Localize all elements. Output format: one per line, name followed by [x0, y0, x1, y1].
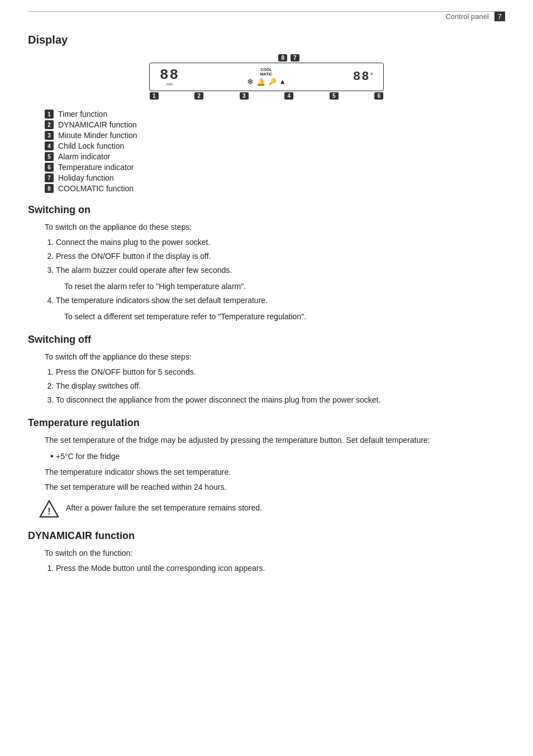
- feature-badge-3: 3: [45, 131, 54, 140]
- diagram: 8 7 88 min COOLMATIC ❄ 🔔 🔑: [28, 54, 505, 100]
- switching-on-section: Switching on To switch on the appliance …: [28, 204, 505, 323]
- feature-1: 1 Timer function: [45, 110, 505, 119]
- coolmatic-label: COOLMATIC: [260, 68, 273, 76]
- switching-on-heading: Switching on: [28, 204, 505, 216]
- dynamicair-heading: DYNAMICAIR function: [28, 530, 505, 542]
- dynamicair-section: DYNAMICAIR function To switch on the fun…: [28, 530, 505, 574]
- temperature-bullet-list: +5°C for the fridge: [50, 450, 505, 463]
- feature-label-1: Timer function: [58, 110, 107, 119]
- degree-symbol: °: [370, 71, 373, 80]
- badge-2: 2: [194, 92, 203, 100]
- badge-4: 4: [284, 92, 293, 100]
- min-label: min: [166, 82, 173, 86]
- switching-on-step4-list: The temperature indicators show the set …: [56, 295, 505, 306]
- feature-badge-8: 8: [45, 184, 54, 193]
- badge-1: 1: [150, 92, 159, 100]
- feature-3: 3 Minute Minder function: [45, 131, 505, 140]
- right-digits: 88: [353, 71, 370, 83]
- switching-on-step-4: The temperature indicators show the set …: [56, 295, 505, 306]
- switching-on-intro: To switch on the appliance do these step…: [45, 221, 505, 233]
- feature-label-7: Holiday function: [58, 173, 114, 182]
- temperature-regulation-para3: The set temperature will be reached with…: [45, 481, 505, 493]
- page-number: 7: [494, 12, 505, 21]
- badge-6: 6: [374, 92, 383, 100]
- display-diagram-box: 88 min COOLMATIC ❄ 🔔 🔑 ▲ 88: [149, 63, 384, 91]
- svg-text:!: !: [47, 506, 50, 516]
- feature-badge-6: 6: [45, 163, 54, 172]
- middle-icons: COOLMATIC ❄ 🔔 🔑 ▲: [185, 68, 348, 86]
- temperature-bullet-1: +5°C for the fridge: [50, 450, 505, 463]
- switching-on-step4-note: To select a different set temperature re…: [64, 311, 505, 323]
- feature-4: 4 Child Lock function: [45, 141, 505, 150]
- switching-on-step-2: Press the ON/OFF button if the display i…: [56, 251, 505, 262]
- badge-5: 5: [330, 92, 339, 100]
- warning-triangle-icon: !: [39, 499, 59, 519]
- childlock-icon: 🔑: [268, 78, 277, 86]
- switching-on-steps: Connect the mains plug to the power sock…: [56, 237, 505, 276]
- switching-off-intro: To switch off the appliance do these ste…: [45, 351, 505, 363]
- icons-row: ❄ 🔔 🔑 ▲: [247, 77, 286, 86]
- warning-row: ! After a power failure the set temperat…: [39, 499, 505, 519]
- diagram-top-badges: 8 7: [278, 54, 299, 62]
- display-heading: Display: [28, 34, 505, 46]
- temperature-regulation-section: Temperature regulation The set temperatu…: [28, 417, 505, 519]
- badge-8: 8: [278, 54, 287, 62]
- feature-label-4: Child Lock function: [58, 141, 124, 150]
- switching-on-step-3: The alarm buzzer could operate after few…: [56, 264, 505, 276]
- temperature-regulation-para1: The set temperature of the fridge may be…: [45, 434, 505, 446]
- switching-off-section: Switching off To switch off the applianc…: [28, 334, 505, 406]
- switching-off-step-3: To disconnect the appliance from the pow…: [56, 394, 505, 406]
- temperature-regulation-heading: Temperature regulation: [28, 417, 505, 429]
- dynamicair-steps: Press the Mode button until the correspo…: [56, 563, 505, 574]
- feature-label-5: Alarm indicator: [58, 152, 110, 161]
- dynamicair-intro: To switch on the function:: [45, 547, 505, 559]
- alarm-bell-icon: 🔔: [256, 78, 265, 86]
- feature-badge-1: 1: [45, 110, 54, 119]
- feature-badge-7: 7: [45, 173, 54, 182]
- switching-off-heading: Switching off: [28, 334, 505, 346]
- switching-on-step-1: Connect the mains plug to the power sock…: [56, 237, 505, 248]
- switching-off-step-2: The display switches off.: [56, 380, 505, 392]
- header-title: Control panel: [445, 12, 488, 21]
- display-section: Display 8 7 88 min COOLMATIC ❄ 🔔: [28, 34, 505, 193]
- feature-badge-2: 2: [45, 120, 54, 129]
- feature-badge-5: 5: [45, 152, 54, 161]
- feature-label-8: COOLMATIC function: [58, 184, 134, 193]
- feature-label-6: Temperature indicator: [58, 163, 134, 172]
- feature-7: 7 Holiday function: [45, 173, 505, 182]
- feature-8: 8 COOLMATIC function: [45, 184, 505, 193]
- feature-2: 2 DYNAMICAIR function: [45, 120, 505, 129]
- page-header: Control panel 7: [28, 11, 505, 23]
- switching-off-step-1: Press the ON/OFF button for 5 seconds.: [56, 366, 505, 378]
- badge-7: 7: [291, 54, 299, 62]
- warning-text: After a power failure the set temperatur…: [66, 499, 262, 514]
- feature-label-2: DYNAMICAIR function: [58, 120, 137, 129]
- left-digits: 88: [160, 68, 179, 82]
- feature-6: 6 Temperature indicator: [45, 163, 505, 172]
- switching-off-steps: Press the ON/OFF button for 5 seconds. T…: [56, 366, 505, 406]
- feature-badge-4: 4: [45, 141, 54, 150]
- switching-on-step3-note: To reset the alarm refer to "High temper…: [64, 281, 505, 292]
- feature-5: 5 Alarm indicator: [45, 152, 505, 161]
- dynamicair-step-1: Press the Mode button until the correspo…: [56, 563, 505, 574]
- temperature-regulation-para2: The temperature indicator shows the set …: [45, 466, 505, 478]
- diagram-bottom-badges: 1 2 3 4 5 6: [149, 92, 384, 100]
- coolmatic-icon: ❄: [247, 77, 254, 86]
- badge-3: 3: [240, 92, 249, 100]
- feature-list: 1 Timer function 2 DYNAMICAIR function 3…: [45, 110, 505, 193]
- alarm-triangle-icon: ▲: [279, 78, 286, 86]
- feature-label-3: Minute Minder function: [58, 131, 137, 140]
